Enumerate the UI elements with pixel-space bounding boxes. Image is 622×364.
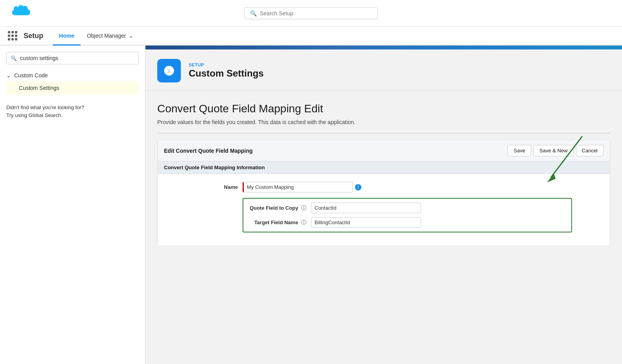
form-container: Edit Convert Quote Field Mapping Save Sa… — [157, 140, 610, 246]
name-input[interactable] — [243, 182, 353, 192]
save-new-button[interactable]: Save & New — [534, 145, 574, 156]
quote-field-row: Quote Field to Copy ⓘ — [248, 203, 567, 213]
section-title: Convert Quote Field Mapping Edit — [157, 102, 610, 115]
sidebar-item-custom-settings[interactable]: Custom Settings — [6, 82, 139, 94]
name-field-wrapper: i — [243, 182, 604, 192]
quote-field-help-icon[interactable]: ⓘ — [301, 205, 306, 211]
form-header: Edit Convert Quote Field Mapping Save Sa… — [158, 140, 610, 161]
name-label: Name — [164, 182, 243, 190]
target-field-help-icon[interactable]: ⓘ — [301, 219, 306, 225]
second-bar: Setup Home Object Manager ⌄ — [0, 27, 622, 46]
main-layout: 🔍 ⌄ Custom Code Custom Settings Didn't f… — [0, 46, 622, 364]
page-title: Custom Settings — [189, 68, 264, 79]
top-bar: 🔍 — [0, 0, 622, 27]
target-field-input[interactable] — [311, 217, 421, 228]
target-field-row: Target Field Name ⓘ — [248, 217, 567, 228]
section-desc: Provide values for the fields you create… — [157, 119, 610, 125]
page-header-text: SETUP Custom Settings — [189, 62, 264, 79]
quote-field-input[interactable] — [311, 203, 421, 213]
chevron-down-icon: ⌄ — [129, 33, 133, 39]
search-input[interactable] — [260, 10, 372, 16]
header-band — [145, 46, 622, 49]
save-button[interactable]: Save — [508, 145, 531, 156]
name-info-icon[interactable]: i — [355, 184, 361, 190]
page-header-icon — [157, 59, 181, 82]
cancel-button[interactable]: Cancel — [576, 145, 604, 156]
content-area: SETUP Custom Settings Convert Quote Fiel… — [145, 46, 622, 364]
sidebar-hint: Didn't find what you're looking for? Try… — [6, 104, 139, 119]
quote-field-label: Quote Field to Copy ⓘ — [248, 205, 311, 212]
section-divider — [157, 133, 610, 134]
sidebar-search-input[interactable] — [20, 55, 134, 61]
name-field-row: Name i — [164, 182, 604, 192]
search-icon: 🔍 — [250, 10, 257, 16]
target-field-label: Target Field Name ⓘ — [248, 219, 311, 226]
top-search-bar[interactable]: 🔍 — [244, 7, 378, 19]
sidebar-section-custom-code[interactable]: ⌄ Custom Code — [6, 72, 139, 79]
content-section: Convert Quote Field Mapping Edit Provide… — [145, 91, 622, 258]
page-header: SETUP Custom Settings — [145, 49, 622, 91]
setup-label: SETUP — [189, 62, 264, 67]
sidebar-search-icon: 🔍 — [11, 55, 17, 61]
app-name: Setup — [24, 32, 43, 40]
form-section-header: Convert Quote Field Mapping Information — [158, 161, 610, 174]
form-header-title: Edit Convert Quote Field Mapping — [164, 148, 253, 154]
tab-object-manager[interactable]: Object Manager ⌄ — [81, 27, 140, 46]
form-buttons: Save Save & New Cancel — [508, 145, 604, 156]
tab-home[interactable]: Home — [53, 27, 81, 46]
sidebar-search-bar[interactable]: 🔍 — [6, 52, 139, 64]
form-body: Name i Quote Field to Copy ⓘ — [158, 174, 610, 246]
salesforce-logo[interactable] — [8, 5, 32, 22]
sidebar: 🔍 ⌄ Custom Code Custom Settings Didn't f… — [0, 46, 145, 364]
chevron-down-icon: ⌄ — [6, 72, 11, 79]
app-launcher-icon[interactable] — [8, 31, 17, 40]
green-highlight-box: Quote Field to Copy ⓘ Target Field Name … — [243, 198, 572, 232]
